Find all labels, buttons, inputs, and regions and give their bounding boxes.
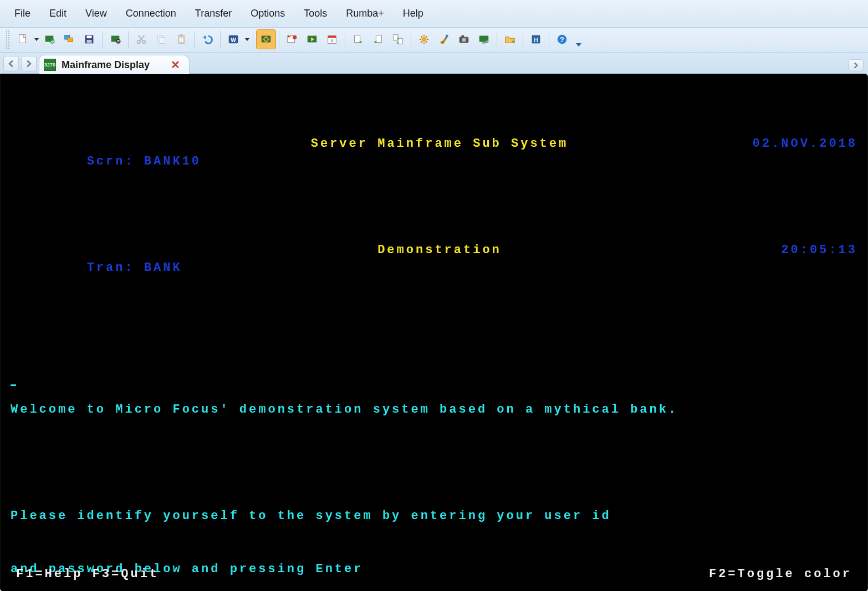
footer-left: F1=Help F3=Quit: [16, 566, 159, 583]
menu-bar: File Edit View Connection Transfer Optio…: [0, 0, 868, 28]
toolbar-separator: [523, 31, 523, 48]
svg-text:?: ?: [560, 35, 564, 44]
folder-icon[interactable]: [501, 30, 519, 49]
svg-text:W: W: [231, 37, 236, 43]
tab-mainframe-display[interactable]: 3270 Mainframe Display ✕: [39, 55, 190, 74]
send-file-icon[interactable]: [349, 30, 367, 49]
screen-title-2: Demonstration: [166, 241, 713, 295]
help-icon[interactable]: ?: [553, 30, 571, 49]
svg-point-34: [421, 37, 426, 42]
tran-label: Tran:: [87, 261, 135, 275]
toolbar-separator: [194, 31, 195, 48]
scrn-label: Scrn:: [87, 155, 135, 168]
display-icon[interactable]: [474, 30, 493, 49]
brush-icon[interactable]: [435, 30, 453, 49]
tab-next-button[interactable]: [21, 56, 37, 71]
session-manager-icon[interactable]: [60, 30, 79, 49]
instruction-line-1: Please identify yourself to the system b…: [11, 507, 611, 525]
history-icon[interactable]: H: [527, 30, 545, 49]
paste-icon: [172, 30, 191, 49]
menu-view[interactable]: View: [78, 6, 115, 22]
tab-strip: 3270 Mainframe Display ✕: [0, 53, 868, 74]
new-document-icon[interactable]: [13, 30, 32, 49]
menu-help[interactable]: Help: [395, 6, 431, 22]
svg-rect-7: [86, 40, 91, 43]
new-document-dropdown-icon[interactable]: [34, 38, 39, 41]
tab-title: Mainframe Display: [62, 59, 150, 71]
save-icon[interactable]: [80, 30, 99, 49]
toolbar-separator: [220, 31, 221, 48]
svg-rect-17: [179, 38, 183, 42]
camera-icon[interactable]: [455, 30, 473, 49]
menu-connection[interactable]: Connection: [118, 6, 184, 22]
connect-icon[interactable]: [257, 30, 275, 49]
menu-transfer[interactable]: Transfer: [187, 6, 239, 22]
toolbar-separator: [102, 31, 103, 48]
svg-rect-38: [461, 35, 464, 38]
svg-point-42: [486, 40, 489, 43]
svg-point-23: [293, 35, 297, 39]
svg-rect-41: [482, 43, 486, 44]
svg-rect-30: [355, 35, 360, 43]
tab-prev-button[interactable]: [3, 56, 19, 71]
toolbar-separator: [497, 31, 497, 48]
sync-files-icon[interactable]: [389, 30, 407, 49]
screen-title-1: Server Mainframe Sub System: [166, 135, 713, 188]
open-session-icon[interactable]: [40, 30, 59, 49]
word-icon[interactable]: W: [224, 30, 243, 49]
tools-icon[interactable]: [415, 30, 433, 49]
macro-record-icon[interactable]: 5: [283, 30, 302, 49]
svg-point-9: [116, 39, 120, 43]
copy-icon: [152, 30, 171, 49]
cut-icon: [132, 30, 151, 49]
toolbar-separator: [128, 31, 129, 48]
toolbar-separator: [411, 31, 411, 48]
receive-file-icon[interactable]: [369, 30, 387, 49]
svg-text:5: 5: [331, 38, 334, 43]
terminal-cursor: [11, 384, 16, 386]
toolbar-grip[interactable]: [6, 30, 10, 49]
svg-rect-32: [394, 35, 398, 40]
menu-rumba-plus[interactable]: Rumba+: [338, 6, 392, 22]
toolbar-separator: [549, 31, 549, 48]
toolbar-overflow-icon[interactable]: [576, 43, 581, 47]
svg-rect-10: [118, 40, 120, 42]
svg-rect-16: [180, 34, 183, 37]
svg-rect-6: [86, 36, 91, 39]
svg-point-39: [466, 37, 468, 39]
footer-right: F2=Toggle color: [709, 566, 852, 583]
svg-rect-4: [68, 38, 73, 42]
toolbar-separator: [253, 31, 253, 48]
terminal-screen[interactable]: Scrn: BANK10 Server Mainframe Sub System…: [1, 74, 867, 591]
tab-close-button[interactable]: ✕: [171, 58, 180, 71]
word-dropdown-icon[interactable]: [245, 38, 249, 41]
toolbar-separator: [279, 31, 279, 48]
svg-point-37: [462, 38, 466, 42]
screen-time: 20:05:13: [713, 241, 857, 295]
terminal-3270-icon: 3270: [44, 59, 56, 71]
menu-edit[interactable]: Edit: [42, 6, 74, 22]
menu-tools[interactable]: Tools: [296, 6, 335, 22]
toolbar-separator: [345, 31, 345, 48]
print-screen-icon[interactable]: [106, 30, 125, 49]
undo-icon[interactable]: [198, 30, 217, 49]
welcome-text: Welcome to Micro Focus' demonstration sy…: [11, 401, 678, 419]
tab-list-button[interactable]: [848, 59, 864, 71]
macro-calendar-icon[interactable]: 5: [323, 30, 341, 49]
svg-rect-31: [376, 35, 381, 43]
svg-rect-14: [160, 37, 165, 43]
terminal-container: Scrn: BANK10 Server Mainframe Sub System…: [0, 74, 868, 591]
screen-date: 02.NOV.2018: [713, 135, 857, 188]
menu-options[interactable]: Options: [243, 6, 293, 22]
toolbar: W55H?: [0, 28, 868, 53]
macro-play-icon[interactable]: [303, 30, 321, 49]
menu-file[interactable]: File: [7, 6, 38, 22]
svg-text:H: H: [533, 36, 539, 44]
